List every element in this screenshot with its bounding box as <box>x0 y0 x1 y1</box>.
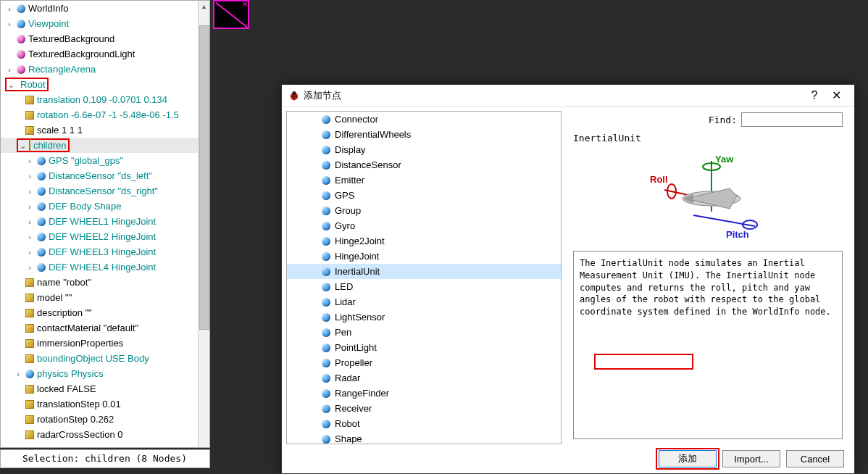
node-list-item[interactable]: Display <box>287 142 561 157</box>
tree-item-label: RectangleArena <box>28 64 96 75</box>
node-list-item[interactable]: InertialUnit <box>287 264 561 279</box>
proto-ball-icon <box>17 65 25 74</box>
chevron-icon[interactable]: ⌄ <box>8 80 14 89</box>
tree-item[interactable]: translationStep 0.01 <box>1 396 209 412</box>
node-ball-icon <box>37 157 46 165</box>
close-button[interactable]: ✕ <box>825 88 847 102</box>
node-ball-icon <box>322 207 330 215</box>
tree-item[interactable]: translation 0.109 -0.0701 0.134 <box>1 92 209 107</box>
node-list-item[interactable]: LightSensor <box>287 309 561 325</box>
proto-ball-icon <box>17 50 25 59</box>
chevron-icon[interactable]: › <box>5 65 14 74</box>
tree-item[interactable]: ⌄children <box>1 138 209 153</box>
tree-item-label: Robot <box>20 79 46 90</box>
tree-item[interactable]: ›GPS "global_gps" <box>1 153 209 168</box>
chevron-icon[interactable]: › <box>25 233 34 241</box>
scroll-thumb[interactable] <box>199 25 209 330</box>
find-label: Find: <box>709 115 737 125</box>
chevron-icon[interactable]: › <box>5 20 14 28</box>
tree-item-label: boundingObject USE Body <box>37 353 149 364</box>
chevron-icon[interactable]: › <box>25 172 34 180</box>
find-input[interactable] <box>741 112 843 127</box>
tree-item[interactable]: ›DEF WHEEL3 HingeJoint <box>1 244 209 259</box>
chevron-icon[interactable]: › <box>25 157 34 165</box>
node-list-item[interactable]: Shape <box>287 431 561 444</box>
tree-item[interactable]: ›RectangleArena <box>1 62 209 77</box>
node-list-item[interactable]: Lidar <box>287 294 561 309</box>
tree-item[interactable]: locked FALSE <box>1 381 209 396</box>
node-ball-icon <box>322 191 330 200</box>
node-list-label: DifferentialWheels <box>335 129 411 140</box>
tree-item[interactable]: model "" <box>1 290 209 305</box>
cancel-button[interactable]: Cancel <box>786 450 844 467</box>
tree-item[interactable]: ›WorldInfo <box>1 1 209 16</box>
tree-item[interactable]: ›Viewpoint <box>1 16 209 31</box>
viewport-thumbnail[interactable] <box>213 0 249 29</box>
import-button[interactable]: Import... <box>722 450 780 467</box>
node-list-item[interactable]: GPS <box>287 188 561 203</box>
node-list-item[interactable]: DifferentialWheels <box>287 127 561 142</box>
add-button[interactable]: 添加 <box>659 450 717 467</box>
tree-item-label: immersionProperties <box>37 338 123 349</box>
tree-item[interactable]: TexturedBackground <box>1 31 209 46</box>
node-list-label: Radar <box>335 373 360 383</box>
node-list-item[interactable]: DistanceSensor <box>287 157 561 172</box>
tree-item[interactable]: ›DEF WHEEL2 HingeJoint <box>1 229 209 244</box>
scrollbar[interactable]: ▴ <box>198 1 209 447</box>
node-list-item[interactable]: Robot <box>287 416 561 431</box>
chevron-icon[interactable]: › <box>25 202 34 211</box>
node-list-item[interactable]: RangeFinder <box>287 386 561 401</box>
tree-item[interactable]: description "" <box>1 305 209 320</box>
tree-item[interactable]: ›physics Physics <box>1 366 209 381</box>
node-list-item[interactable]: Receiver <box>287 401 561 416</box>
chevron-icon[interactable]: › <box>25 187 34 196</box>
chevron-icon[interactable]: › <box>25 248 34 257</box>
chevron-icon[interactable]: ⌄ <box>20 141 26 150</box>
tree-item[interactable]: rotation -6.6e-07 -1 -5.48e-06 -1.5 <box>1 107 209 122</box>
node-list-item[interactable]: Radar <box>287 370 561 386</box>
tree-item-label: scale 1 1 1 <box>37 125 83 136</box>
node-type-list[interactable]: ConnectorDifferentialWheelsDisplayDistan… <box>286 111 562 444</box>
tree-item[interactable]: rotationStep 0.262 <box>1 412 209 427</box>
tree-item[interactable]: immersionProperties <box>1 336 209 351</box>
node-list-item[interactable]: HingeJoint <box>287 249 561 264</box>
help-button[interactable]: ? <box>804 89 825 102</box>
tree-item[interactable]: name "robot" <box>1 275 209 290</box>
tree-item[interactable]: ›DistanceSensor "ds_right" <box>1 183 209 199</box>
chevron-icon[interactable]: › <box>5 4 14 13</box>
node-list-item[interactable]: Group <box>287 203 561 218</box>
node-list-item[interactable]: Propeller <box>287 355 561 370</box>
chevron-icon[interactable]: › <box>25 217 34 226</box>
tree-item[interactable]: contactMaterial "default" <box>1 320 209 336</box>
node-list-item[interactable]: Pen <box>287 325 561 340</box>
tree-item[interactable]: ›DEF WHEEL4 HingeJoint <box>1 259 209 275</box>
svg-text:Pitch: Pitch <box>726 229 749 240</box>
chevron-icon[interactable]: › <box>14 370 22 378</box>
tree-item[interactable]: radarCrossSection 0 <box>1 427 209 442</box>
node-ball-icon <box>322 328 330 337</box>
tree-item[interactable]: ›DistanceSensor "ds_left" <box>1 168 209 183</box>
tree-item[interactable]: TexturedBackgroundLight <box>1 46 209 62</box>
chevron-icon[interactable]: › <box>25 263 34 272</box>
node-preview: Yaw Roll Pitch <box>573 146 843 248</box>
node-ball-icon <box>37 217 46 226</box>
node-list-item[interactable]: Hinge2Joint <box>287 233 561 249</box>
dialog-titlebar[interactable]: 添加节点 ? ✕ <box>282 85 854 107</box>
node-list-item[interactable]: Emitter <box>287 172 561 188</box>
node-list-item[interactable]: PointLight <box>287 340 561 355</box>
tree-item[interactable]: scale 1 1 1 <box>1 122 209 138</box>
tree-item[interactable]: ›DEF WHEEL1 HingeJoint <box>1 214 209 229</box>
node-ball-icon <box>322 161 330 170</box>
scroll-up-arrow[interactable]: ▴ <box>199 1 209 12</box>
tree-item[interactable]: ⌄Robot <box>1 77 209 92</box>
node-list-item[interactable]: Gyro <box>287 218 561 233</box>
field-cube-icon <box>25 294 34 302</box>
field-cube-icon <box>29 139 30 151</box>
node-ball-icon <box>322 146 330 154</box>
node-list-item[interactable]: LED <box>287 279 561 294</box>
node-list-item[interactable]: Connector <box>287 112 561 127</box>
tree-item[interactable]: boundingObject USE Body <box>1 351 209 366</box>
tree-item[interactable]: ›DEF Body Shape <box>1 199 209 214</box>
scene-tree[interactable]: ›WorldInfo›ViewpointTexturedBackgroundTe… <box>1 1 209 447</box>
field-cube-icon <box>25 324 34 333</box>
